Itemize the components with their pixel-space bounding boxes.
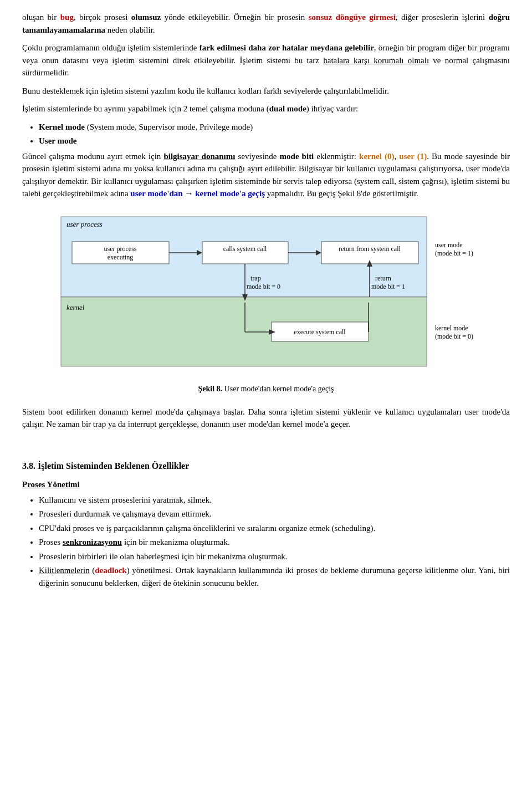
svg-text:return: return [375, 274, 391, 282]
svg-text:mode bit = 1: mode bit = 1 [371, 283, 405, 290]
feature-5: Proseslerin birbirleri ile olan haberleş… [39, 550, 510, 563]
dogru-highlight: doğru tamamlayamamalarına [22, 13, 510, 34]
caption: Şekil 8. User mode'dan kernel mode'a geç… [22, 383, 510, 395]
feature-1: Kullanıcını ve sistem proseslerini yarat… [39, 494, 510, 507]
feature-6: Kilitlenmelerin (deadlock) yönetilmesi. … [39, 564, 510, 589]
svg-text:user mode: user mode [435, 241, 463, 249]
user-mode-item: User mode [39, 135, 510, 147]
svg-text:mode bit = 0: mode bit = 0 [247, 283, 280, 290]
kernel-mode-label: Kernel mode [39, 122, 85, 131]
mode-list: Kernel mode (System mode, Supervisor mod… [39, 121, 510, 147]
olumsuz-highlight: olumsuz [131, 13, 161, 22]
mode-transition-diagram: user process kernel user process executi… [55, 211, 477, 372]
paragraph-5: Güncel çalışma modunu ayırt etmek için b… [22, 150, 510, 200]
paragraph-1: oluşan bir bug, birçok prosesi olumsuz y… [22, 11, 510, 36]
mode-biti-highlight: mode biti [280, 152, 314, 161]
feature-3: CPU'daki proses ve iş parçacıklarının ça… [39, 522, 510, 535]
hatalar-highlight: hatalara karşı korumalı olmalı [323, 56, 429, 65]
caption-bold: Şekil 8. [198, 385, 223, 393]
donanim-highlight: bilgisayar donanımı [163, 152, 235, 161]
svg-text:kernel mode: kernel mode [435, 324, 468, 332]
svg-text:execute system call: execute system call [294, 328, 346, 336]
svg-rect-3 [61, 297, 427, 366]
deadlock-highlight: deadlock [95, 566, 127, 575]
svg-text:return from system call: return from system call [339, 245, 401, 253]
paragraph-4: İşletim sistemlerinde bu ayrımı yapabilm… [22, 103, 510, 115]
kilitlenme-highlight: Kilitlenmelerin [39, 566, 90, 575]
bug-highlight: bug [60, 13, 74, 22]
sonsuz-highlight: sonsuz döngüye girmesi [309, 13, 396, 22]
user1-highlight: user (1) [399, 152, 427, 161]
caption-text: User mode'dan kernel mode'a geçiş [222, 385, 334, 393]
section-heading: 3.8. İşletim Sisteminden Beklenen Özelli… [22, 459, 510, 473]
subsection-label: Proses Yönetimi [22, 478, 510, 491]
kernel-mode-a-highlight: kernel mode'a geçiş [195, 189, 265, 198]
svg-text:executing: executing [108, 253, 134, 261]
user-mode-label: User mode [39, 136, 76, 145]
svg-text:user process: user process [104, 245, 137, 253]
diagram-wrapper: user process kernel user process executi… [22, 211, 510, 372]
svg-text:calls system call: calls system call [223, 245, 267, 253]
kernel-mode-item: Kernel mode (System mode, Supervisor mod… [39, 121, 510, 134]
features-list: Kullanıcını ve sistem proseslerini yarat… [39, 494, 510, 590]
paragraph-3: Bunu desteklemek için işletim sistemi ya… [22, 85, 510, 98]
paragraph-2: Çoklu programlamanın olduğu işletim sist… [22, 42, 510, 79]
fark-highlight: fark edilmesi daha zor hatalar meydana g… [200, 43, 374, 52]
svg-text:(mode bit = 0): (mode bit = 0) [435, 333, 473, 340]
svg-text:user process: user process [66, 220, 103, 228]
svg-text:trap: trap [250, 274, 261, 282]
senkronizasyon-highlight: senkronizasyonu [63, 538, 122, 546]
feature-2: Prosesleri durdurmak ve çalışmaya devam … [39, 508, 510, 520]
svg-text:(mode bit = 1): (mode bit = 1) [435, 249, 473, 257]
user-mode-dan-highlight: user mode'dan [130, 189, 182, 198]
feature-4: Proses senkronizasyonu için bir mekanizm… [39, 536, 510, 549]
svg-text:kernel: kernel [66, 303, 85, 311]
paragraph-6: Sistem boot edilirken donanım kernel mod… [22, 406, 510, 431]
dual-mode-highlight: dual mode [269, 104, 306, 113]
kernel0-highlight: kernel (0) [359, 152, 394, 161]
